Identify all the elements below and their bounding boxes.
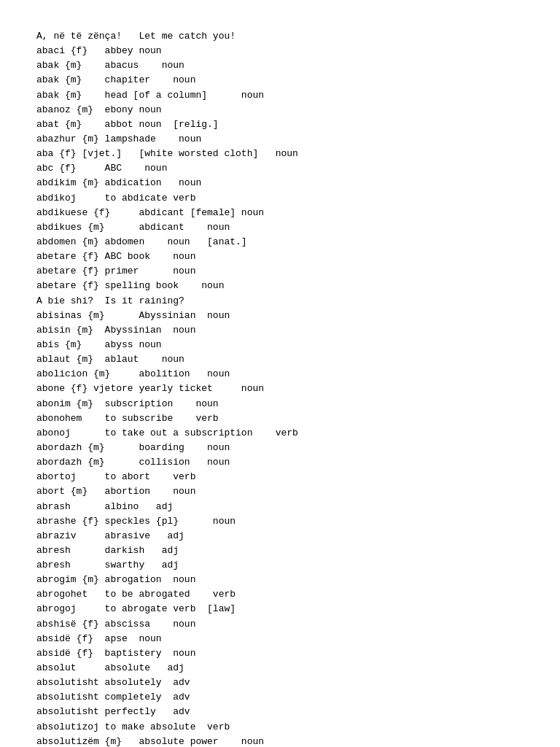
dictionary-content: A, në të zënça! Let me catch you! abaci … (36, 29, 524, 747)
